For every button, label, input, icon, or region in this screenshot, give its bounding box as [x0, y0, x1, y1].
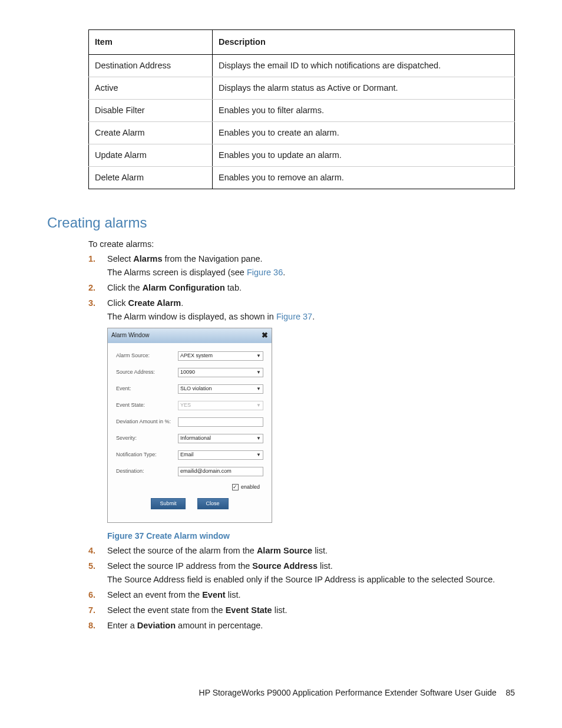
severity-select[interactable]: Informational▼ — [178, 434, 263, 443]
step-4: 4. Select the source of the alarm from t… — [88, 545, 515, 557]
source-address-select[interactable]: 10090▼ — [178, 368, 263, 377]
alarm-source-select[interactable]: APEX system▼ — [178, 351, 263, 361]
destination-label: Destination: — [116, 467, 178, 475]
items-table: Item Description Destination AddressDisp… — [88, 29, 515, 189]
close-icon[interactable]: ✖ — [262, 330, 268, 341]
deviation-input[interactable] — [178, 417, 263, 427]
deviation-label: Deviation Amount in %: — [116, 418, 178, 426]
chevron-down-icon: ▼ — [256, 452, 261, 459]
chevron-down-icon: ▼ — [256, 435, 261, 442]
event-state-label: Event State: — [116, 401, 178, 409]
page-footer: HP StorageWorks P9000 Application Perfor… — [199, 687, 515, 699]
submit-button[interactable]: Submit — [151, 498, 185, 509]
event-state-select: YES▼ — [178, 401, 263, 410]
notification-type-select[interactable]: Email▼ — [178, 450, 263, 460]
severity-label: Severity: — [116, 434, 178, 442]
figure-37-link[interactable]: Figure 37 — [276, 312, 312, 321]
chevron-down-icon: ▼ — [256, 386, 261, 393]
event-select[interactable]: SLO violation▼ — [178, 384, 263, 394]
alarm-source-label: Alarm Source: — [116, 352, 178, 360]
step-3: 3. Click Create Alarm. The Alarm window … — [88, 297, 515, 542]
figure-36-link[interactable]: Figure 36 — [247, 268, 283, 277]
table-row: Update AlarmEnables you to update an ala… — [89, 144, 515, 167]
table-row: Delete AlarmEnables you to remove an ala… — [89, 167, 515, 189]
source-address-label: Source Address: — [116, 368, 178, 376]
alarm-window-titlebar: Alarm Window ✖ — [108, 328, 272, 343]
col-item: Item — [89, 30, 213, 55]
col-desc: Description — [213, 30, 515, 55]
step-2: 2. Click the Alarm Configuration tab. — [88, 282, 515, 294]
section-heading: Creating alarms — [47, 213, 515, 233]
chevron-down-icon: ▼ — [256, 402, 261, 409]
step-8: 8. Enter a Deviation amount in percentag… — [88, 620, 515, 632]
event-label: Event: — [116, 385, 178, 393]
chevron-down-icon: ▼ — [256, 353, 261, 360]
figure-caption: Figure 37 Create Alarm window — [107, 530, 515, 542]
table-row: Disable FilterEnables you to filter alar… — [89, 100, 515, 122]
notification-type-label: Notification Type: — [116, 451, 178, 459]
destination-input[interactable]: emailid@domain.com — [178, 467, 263, 476]
enabled-label: enabled — [241, 484, 260, 490]
step-5: 5. Select the source IP address from the… — [88, 560, 515, 586]
step-1: 1. Select Alarms from the Navigation pan… — [88, 253, 515, 279]
step-7: 7. Select the event state from the Event… — [88, 604, 515, 617]
table-row: Destination AddressDisplays the email ID… — [89, 55, 515, 77]
alarm-window: Alarm Window ✖ Alarm Source: APEX system… — [107, 328, 272, 523]
close-button[interactable]: Close — [197, 498, 229, 509]
chevron-down-icon: ▼ — [256, 369, 261, 376]
alarm-window-title: Alarm Window — [111, 331, 149, 340]
step-6: 6. Select an event from the Event list. — [88, 589, 515, 601]
table-row: ActiveDisplays the alarm status as Activ… — [89, 77, 515, 100]
enabled-checkbox[interactable]: ✓ — [232, 484, 239, 490]
table-row: Create AlarmEnables you to create an ala… — [89, 122, 515, 144]
intro-text: To create alarms: — [88, 238, 515, 251]
